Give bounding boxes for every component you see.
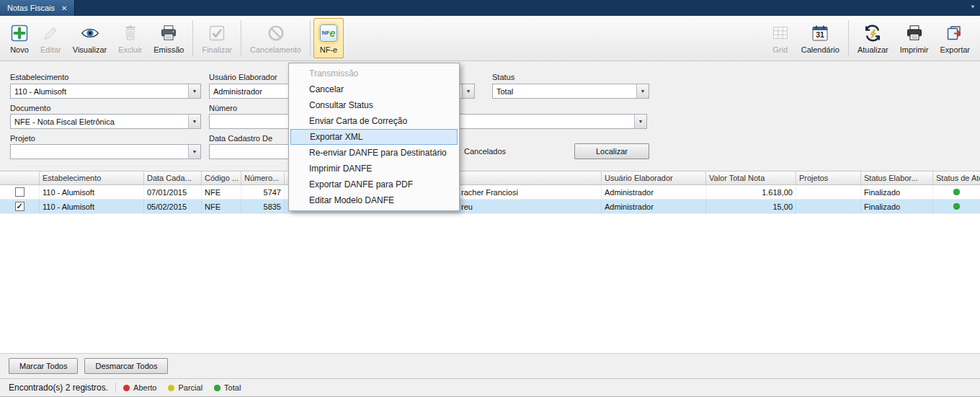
cell-numero: 5835 — [241, 200, 285, 213]
status-combobox[interactable]: Total ▼ — [492, 84, 649, 99]
cancelados-checkbox-label[interactable]: Cancelados — [464, 147, 506, 156]
status-value: Total — [493, 84, 636, 98]
chevron-down-icon[interactable]: ▼ — [188, 145, 200, 159]
chevron-down-icon[interactable]: ▼ — [634, 115, 646, 128]
cell-usuario-elaborador: Administrador — [602, 185, 706, 199]
toolbar-separator — [848, 20, 849, 56]
cell-status-elaboracao: Finalizado — [861, 200, 933, 213]
cell-projetos — [796, 185, 861, 199]
column-header-status-atendimento[interactable]: Status de Aten... — [933, 171, 980, 184]
column-header-projetos[interactable]: Projetos — [796, 171, 861, 184]
finalizar-label: Finalizar — [202, 45, 232, 54]
visualizar-label: Visualizar — [73, 45, 107, 54]
column-header-valor-total-nota[interactable]: Valor Total Nota — [706, 171, 796, 184]
atualizar-button[interactable]: Atualizar — [852, 18, 894, 58]
results-grid: Estabelecimento Data Cada... Código ... … — [0, 171, 980, 354]
excluir-button: Excluir — [112, 18, 148, 58]
data-cadastro-de-label: Data Cadastro De — [209, 134, 272, 143]
eye-icon — [81, 23, 99, 43]
checkbox-unchecked[interactable] — [15, 187, 24, 197]
finalizar-button: Finalizar — [196, 18, 238, 58]
status-green-dot-icon — [953, 203, 960, 210]
tab-overflow-arrow-icon[interactable]: ▼ — [970, 4, 976, 10]
cell-estabelecimento: 110 - Alumisoft — [40, 185, 144, 199]
menu-item-exportar-xml[interactable]: Exportar XML — [290, 129, 458, 145]
chevron-down-icon[interactable]: ▼ — [188, 115, 200, 128]
status-bar: Encontrado(s) 2 registros. Aberto Parcia… — [0, 378, 980, 396]
legend-aberto: Aberto — [123, 383, 156, 392]
toolbar-separator — [310, 20, 311, 56]
calendario-label: Calendário — [801, 45, 839, 54]
green-dot-icon — [214, 385, 220, 391]
close-icon[interactable]: ✕ — [61, 4, 67, 12]
grid-button: Grid — [765, 18, 796, 58]
exportar-label: Exportar — [940, 45, 970, 54]
toolbar-separator — [241, 20, 241, 56]
column-header-numero[interactable]: Número... — [241, 171, 285, 184]
localizar-label: Localizar — [596, 147, 628, 156]
legend-parcial-label: Parcial — [178, 383, 202, 392]
legend-aberto-label: Aberto — [133, 383, 156, 392]
calendario-button[interactable]: 31 Calendário — [796, 18, 845, 58]
menu-item-transmissao: Transmissão — [289, 66, 459, 81]
desmarcar-todos-button[interactable]: Desmarcar Todos — [84, 358, 168, 374]
app-window: Notas Fiscais ✕ ▼ Novo Editar Visualizar… — [0, 0, 980, 397]
tab-title: Notas Fiscais — [7, 4, 55, 12]
nfe-button[interactable]: NFe NF-e — [313, 18, 344, 58]
imprimir-button[interactable]: Imprimir — [894, 18, 935, 58]
novo-button[interactable]: Novo — [4, 18, 35, 58]
cancelamento-button: Cancelamento — [244, 18, 307, 58]
table-row[interactable]: ✓ 110 - Alumisoft 05/02/2015 NFE 5835 re… — [0, 200, 980, 214]
grid-icon — [771, 23, 790, 43]
editar-label: Editar — [40, 45, 61, 54]
table-row[interactable]: 110 - Alumisoft 07/01/2015 NFE 5747 rach… — [0, 185, 980, 200]
imprimir-label: Imprimir — [900, 45, 929, 54]
column-header-data-cadastro[interactable]: Data Cada... — [144, 171, 202, 184]
emissao-button[interactable]: Emissão — [148, 18, 190, 58]
menu-item-consultar-status[interactable]: Consultar Status — [289, 97, 459, 113]
printer-icon — [905, 23, 924, 43]
nfe-label: NF-e — [320, 45, 337, 54]
nfe-icon-nf-text: NF — [322, 30, 330, 36]
cell-numero: 5747 — [241, 185, 285, 199]
marcar-todos-button[interactable]: Marcar Todos — [9, 358, 78, 374]
visualizar-button[interactable]: Visualizar — [67, 18, 113, 58]
chevron-down-icon[interactable]: ▼ — [188, 84, 200, 98]
cell-codigo: NFE — [202, 200, 241, 213]
checkbox-checked[interactable]: ✓ — [15, 202, 24, 211]
emissao-label: Emissão — [153, 45, 184, 54]
documento-combobox[interactable]: NFE - Nota Fiscal Eletrônica ▼ — [10, 114, 201, 129]
projeto-combobox[interactable]: ▼ — [10, 144, 201, 159]
column-header-usuario-elaborador[interactable]: Usuário Elaborador — [602, 171, 706, 184]
tab-bar: Notas Fiscais ✕ ▼ — [0, 0, 980, 16]
projeto-label: Projeto — [10, 134, 35, 143]
cell-codigo: NFE — [202, 185, 241, 199]
column-header-codigo[interactable]: Código ... — [202, 171, 241, 184]
menu-item-cancelar[interactable]: Cancelar — [289, 81, 459, 97]
calendar-icon: 31 — [811, 23, 829, 43]
column-header-select[interactable] — [0, 171, 40, 184]
menu-item-editar-modelo-danfe[interactable]: Editar Modelo DANFE — [289, 192, 459, 208]
menu-item-reenviar-danfe[interactable]: Re-enviar DANFE para Destinatário — [289, 145, 459, 161]
grid-header-row: Estabelecimento Data Cada... Código ... … — [0, 171, 980, 185]
exportar-button[interactable]: Exportar — [934, 18, 976, 58]
localizar-button[interactable]: Localizar — [574, 143, 649, 159]
cell-valor-total: 1.618,00 — [706, 185, 796, 199]
menu-item-exportar-danfe-pdf[interactable]: Exportar DANFE para PDF — [289, 177, 459, 192]
tab-notas-fiscais[interactable]: Notas Fiscais ✕ — [0, 0, 75, 16]
column-header-status-elaboracao[interactable]: Status Elabor... — [861, 171, 933, 184]
chevron-down-icon[interactable]: ▼ — [636, 84, 649, 98]
column-header-estabelecimento[interactable]: Estabelecimento — [40, 171, 144, 184]
nfe-context-menu: Transmissão Cancelar Consultar Status En… — [288, 63, 460, 211]
records-found-text: Encontrado(s) 2 registros. — [9, 383, 108, 393]
menu-item-imprimir-danfe[interactable]: Imprimir DANFE — [289, 161, 459, 177]
estabelecimento-combobox[interactable]: 110 - Alumisoft ▼ — [10, 84, 201, 99]
chevron-down-icon[interactable]: ▼ — [462, 84, 474, 98]
export-icon — [945, 23, 964, 43]
plus-icon — [10, 23, 29, 43]
svg-text:31: 31 — [816, 30, 824, 39]
documento-label: Documento — [10, 104, 50, 112]
toolbar-separator — [192, 20, 193, 56]
marcar-todos-label: Marcar Todos — [19, 362, 67, 370]
menu-item-enviar-carta-de-correcao[interactable]: Enviar Carta de Correção — [289, 113, 459, 129]
